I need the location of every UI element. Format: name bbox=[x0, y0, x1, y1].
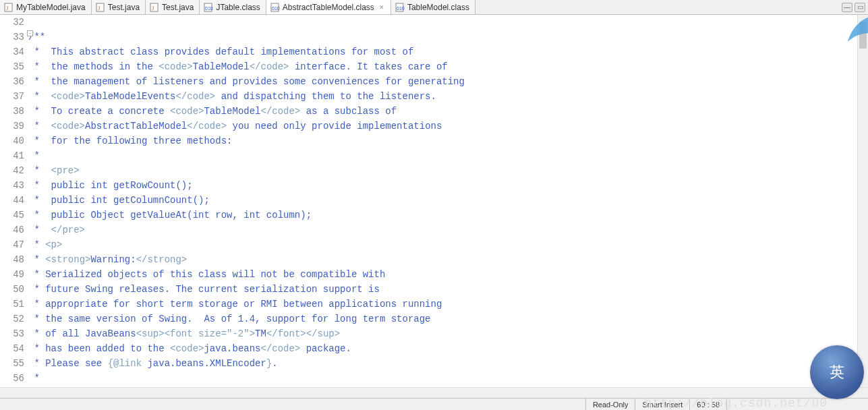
code-line: * public int getRowCount(); bbox=[28, 178, 868, 193]
editor-tab[interactable]: 010TableModel.class bbox=[391, 0, 475, 14]
code-line: * has been added to the <code>java.beans… bbox=[28, 341, 868, 356]
line-number: 41 bbox=[0, 148, 24, 163]
code-line: * the same version of Swing. As of 1.4, … bbox=[28, 312, 868, 326]
line-number: 54 bbox=[0, 341, 24, 356]
line-number: 37 bbox=[0, 89, 24, 104]
line-number: 49 bbox=[0, 267, 24, 282]
code-line: * <p> bbox=[28, 237, 868, 252]
line-number: 44 bbox=[0, 193, 24, 208]
editor-tab[interactable]: JMyTableModel.java bbox=[0, 0, 92, 14]
line-number-gutter: 3233343536373839404142434445464748495051… bbox=[0, 15, 27, 398]
code-line: * the methods in the <code>TableModel</c… bbox=[28, 59, 868, 74]
code-line: * public Object getValueAt(int row, int … bbox=[28, 208, 868, 223]
status-readonly: Read-Only bbox=[585, 399, 635, 410]
code-line: /** bbox=[28, 30, 868, 45]
editor-area: 3233343536373839404142434445464748495051… bbox=[0, 15, 868, 398]
code-line: * public int getColumnCount(); bbox=[28, 193, 868, 208]
svg-text:J: J bbox=[6, 5, 9, 11]
line-number: 38 bbox=[0, 104, 24, 119]
code-line: * <strong>Warning:</strong> bbox=[28, 252, 868, 267]
class-file-icon: 010 bbox=[270, 3, 280, 12]
code-line: * Please see {@link java.beans.XMLEncode… bbox=[28, 356, 868, 371]
line-number: 32 bbox=[0, 15, 24, 30]
line-number: 43 bbox=[0, 178, 24, 193]
line-number: 48 bbox=[0, 252, 24, 267]
code-viewer[interactable]: /** * This abstract class provides defau… bbox=[27, 15, 868, 398]
line-number: 42 bbox=[0, 163, 24, 178]
code-line: * </pre> bbox=[28, 223, 868, 237]
line-number: 50 bbox=[0, 282, 24, 297]
line-number: 33 bbox=[0, 30, 24, 45]
tab-bar: JMyTableModel.javaJTest.javaJTest.java01… bbox=[0, 0, 868, 15]
editor-tab[interactable]: JTest.java bbox=[146, 0, 200, 14]
code-line: * appropriate for short term storage or … bbox=[28, 297, 868, 312]
minimize-button[interactable]: — bbox=[842, 3, 852, 12]
editor-tab[interactable]: JTest.java bbox=[92, 0, 146, 14]
svg-text:010: 010 bbox=[272, 6, 280, 11]
tab-label: TableModel.class bbox=[407, 3, 469, 12]
tab-label: Test.java bbox=[108, 3, 140, 12]
line-number: 40 bbox=[0, 134, 24, 148]
svg-text:J: J bbox=[152, 5, 154, 11]
svg-text:010: 010 bbox=[205, 6, 213, 11]
line-number: 46 bbox=[0, 223, 24, 237]
line-number: 52 bbox=[0, 312, 24, 326]
line-number: 34 bbox=[0, 45, 24, 59]
code-line: * <code>AbstractTableModel</code> you ne… bbox=[28, 119, 868, 134]
line-number: 53 bbox=[0, 326, 24, 341]
java-file-icon: J bbox=[4, 3, 13, 12]
line-number: 35 bbox=[0, 59, 24, 74]
java-file-icon: J bbox=[150, 3, 159, 12]
close-icon[interactable]: ✕ bbox=[378, 4, 385, 11]
tab-label: JTable.class bbox=[216, 3, 260, 12]
tab-label: AbstractTableModel.class bbox=[283, 3, 374, 12]
window-controls: —▭ bbox=[839, 0, 868, 14]
editor-tab[interactable]: 010AbstractTableModel.class✕ bbox=[266, 0, 391, 14]
code-line: * for the following three methods: bbox=[28, 134, 868, 148]
code-line: * of all JavaBeans<sup><font size="-2">T… bbox=[28, 326, 868, 341]
svg-text:010: 010 bbox=[397, 6, 405, 11]
code-line: * Serialized objects of this class will … bbox=[28, 267, 868, 282]
tab-label: MyTableModel.java bbox=[16, 3, 86, 12]
avatar-badge: 英 bbox=[810, 345, 864, 399]
svg-text:J: J bbox=[98, 5, 100, 11]
class-file-icon: 010 bbox=[204, 3, 213, 12]
code-line: * bbox=[28, 371, 868, 386]
watermark-text: http://blog.csdn.net/u0 bbox=[645, 397, 828, 410]
code-line: * To create a concrete <code>TableModel<… bbox=[28, 104, 868, 119]
line-number: 45 bbox=[0, 208, 24, 223]
line-number: 51 bbox=[0, 297, 24, 312]
fold-collapse-icon[interactable]: - bbox=[27, 30, 33, 36]
code-line: * the management of listeners and provid… bbox=[28, 74, 868, 89]
line-number: 36 bbox=[0, 74, 24, 89]
code-line: * This abstract class provides default i… bbox=[28, 45, 868, 59]
code-line: * bbox=[28, 148, 868, 163]
code-line: * <code>TableModelEvents</code> and disp… bbox=[28, 89, 868, 104]
code-line bbox=[28, 15, 868, 30]
class-file-icon: 010 bbox=[395, 3, 405, 12]
java-file-icon: J bbox=[96, 3, 105, 12]
maximize-button[interactable]: ▭ bbox=[855, 3, 865, 12]
line-number: 39 bbox=[0, 119, 24, 134]
line-number: 47 bbox=[0, 237, 24, 252]
editor-tab[interactable]: 010JTable.class bbox=[200, 0, 266, 14]
vertical-scrollbar[interactable] bbox=[857, 15, 868, 387]
line-number: 56 bbox=[0, 371, 24, 386]
tab-label: Test.java bbox=[162, 3, 194, 12]
code-line: * <pre> bbox=[28, 163, 868, 178]
ide-logo-icon bbox=[834, 15, 868, 49]
code-line: * future Swing releases. The current ser… bbox=[28, 282, 868, 297]
line-number: 55 bbox=[0, 356, 24, 371]
